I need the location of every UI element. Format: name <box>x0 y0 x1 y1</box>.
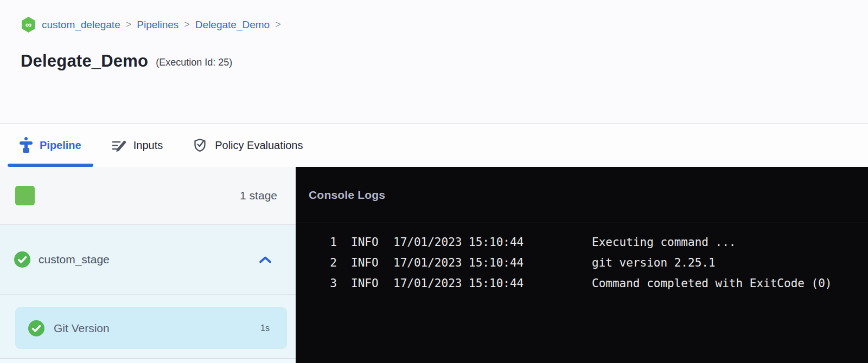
stage-panel-bottom-edge <box>0 358 296 363</box>
log-timestamp: 17/01/2023 15:10:44 <box>393 236 578 249</box>
log-line-number: 2 <box>326 256 337 269</box>
tab-pipeline[interactable]: Pipeline <box>8 124 93 167</box>
pipeline-icon <box>20 137 33 153</box>
console-log-list[interactable]: 1 INFO 17/01/2023 15:10:44 Executing com… <box>296 223 868 363</box>
breadcrumb-link[interactable]: Delegate_Demo <box>195 19 270 31</box>
stage-status-square <box>15 186 35 205</box>
step-name: Git Version <box>54 322 110 335</box>
stage-count-label: 1 stage <box>240 189 277 202</box>
steps-list: Git Version 1s <box>0 295 296 358</box>
log-message: git version 2.25.1 <box>592 256 868 269</box>
log-line-number: 1 <box>326 236 337 249</box>
tab-inputs-label: Inputs <box>133 139 163 152</box>
tab-policy-evaluations-label: Policy Evaluations <box>215 139 303 152</box>
breadcrumb-link[interactable]: custom_delegate <box>42 19 120 31</box>
tab-policy-evaluations[interactable]: Policy Evaluations <box>181 124 315 167</box>
chevron-up-icon[interactable] <box>259 256 272 264</box>
log-line-number: 3 <box>326 277 337 290</box>
step-duration: 1s <box>260 323 270 333</box>
step-row[interactable]: Git Version 1s <box>15 307 287 349</box>
log-message: Executing command ... <box>592 236 868 249</box>
success-check-icon <box>14 251 30 268</box>
success-check-icon <box>28 320 44 336</box>
console-title: Console Logs <box>309 189 385 202</box>
execution-id-label: (Execution Id: 25) <box>156 55 232 68</box>
log-level: INFO <box>351 236 379 249</box>
log-message: Command completed with ExitCode (0) <box>592 277 868 290</box>
shield-check-icon <box>193 138 208 153</box>
console-header: Console Logs <box>296 167 868 223</box>
breadcrumb: ∞ custom_delegate > Pipelines > Delegate… <box>0 0 868 33</box>
breadcrumb-separator: > <box>275 19 281 30</box>
log-line: 2 INFO 17/01/2023 15:10:44 git version 2… <box>296 252 868 273</box>
log-line: 1 INFO 17/01/2023 15:10:44 Executing com… <box>296 232 868 252</box>
breadcrumb-separator: > <box>126 19 132 30</box>
inputs-edit-icon <box>112 138 126 153</box>
svg-text:∞: ∞ <box>25 20 31 29</box>
tab-inputs[interactable]: Inputs <box>100 124 175 167</box>
page-header: ∞ custom_delegate > Pipelines > Delegate… <box>0 0 868 124</box>
log-level: INFO <box>351 277 379 290</box>
breadcrumb-items: custom_delegate > Pipelines > Delegate_D… <box>42 19 281 31</box>
log-timestamp: 17/01/2023 15:10:44 <box>393 277 578 290</box>
stage-panel-header: 1 stage <box>0 167 296 225</box>
breadcrumb-link[interactable]: Pipelines <box>137 19 178 31</box>
log-timestamp: 17/01/2023 15:10:44 <box>393 256 578 269</box>
console-panel: Console Logs 1 INFO 17/01/2023 15:10:44 … <box>296 167 868 363</box>
log-line: 3 INFO 17/01/2023 15:10:44 Command compl… <box>296 273 868 294</box>
tab-bar: Pipeline Inputs Policy Evaluations <box>0 124 868 167</box>
log-level: INFO <box>351 256 379 269</box>
project-hexagon-infinity-icon: ∞ <box>21 16 36 33</box>
tab-pipeline-label: Pipeline <box>40 139 81 152</box>
stage-panel: 1 stage custom_stage <box>0 167 296 363</box>
stage-row-custom-stage[interactable]: custom_stage <box>0 225 296 295</box>
stage-name: custom_stage <box>39 253 110 266</box>
breadcrumb-separator: > <box>184 19 190 30</box>
page-title: Delegate_Demo <box>21 51 148 71</box>
